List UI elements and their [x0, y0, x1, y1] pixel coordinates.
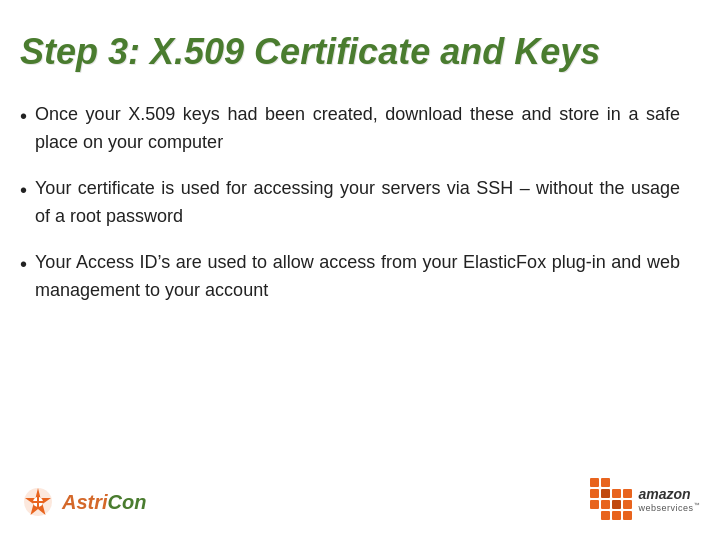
content-area: • Once your X.509 keys had been created,… — [20, 101, 680, 304]
slide-container: Step 3: X.509 Certificate and Keys • Onc… — [0, 0, 720, 540]
amazon-text: amazon — [638, 486, 700, 502]
webservices-text: webservices™ — [638, 502, 700, 513]
con-part: Con — [108, 491, 147, 513]
bullet-item-2: • Your certificate is used for accessing… — [20, 175, 680, 231]
astricon-star-icon — [20, 484, 56, 520]
bullet-text-3: Your Access ID’s are used to allow acces… — [35, 249, 680, 305]
bullet-dot-1: • — [20, 101, 27, 132]
bullet-item-3: • Your Access ID’s are used to allow acc… — [20, 249, 680, 305]
astri-part: Astri — [62, 491, 108, 513]
slide-title: Step 3: X.509 Certificate and Keys — [20, 30, 680, 73]
aws-text-block: amazon webservices™ — [638, 486, 700, 513]
aws-logo: amazon webservices™ — [590, 478, 700, 520]
bullet-dot-3: • — [20, 249, 27, 280]
bullet-item-1: • Once your X.509 keys had been created,… — [20, 101, 680, 157]
aws-grid-icon — [590, 478, 632, 520]
astricon-text: AstriCon — [62, 491, 146, 514]
footer: AstriCon — [0, 478, 720, 520]
bullet-text-2: Your certificate is used for accessing y… — [35, 175, 680, 231]
bullet-text-1: Once your X.509 keys had been created, d… — [35, 101, 680, 157]
bullet-dot-2: • — [20, 175, 27, 206]
astricon-logo: AstriCon — [20, 484, 146, 520]
